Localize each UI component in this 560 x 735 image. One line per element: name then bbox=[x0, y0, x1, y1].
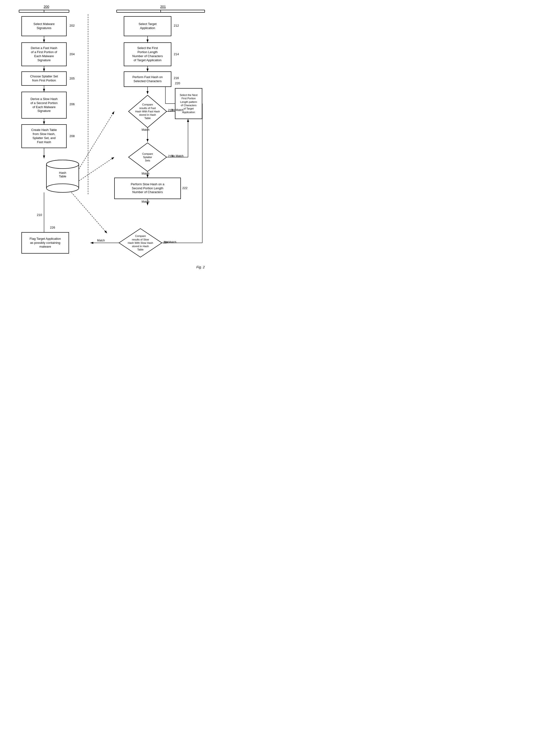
svg-line-45 bbox=[79, 157, 114, 181]
step-204: 204 bbox=[69, 52, 75, 56]
step-214: 214 bbox=[174, 52, 179, 56]
box-206: Derive a Slow Hash of a Second Portion o… bbox=[21, 92, 67, 119]
group-label-201: 201 bbox=[154, 5, 173, 9]
match-218: Match bbox=[142, 128, 149, 131]
svg-rect-22 bbox=[46, 164, 79, 188]
box-216: Perform Fast Hash on Selected Characters bbox=[124, 71, 171, 87]
svg-point-25 bbox=[46, 184, 79, 192]
step-212: 212 bbox=[174, 24, 179, 27]
step-206: 206 bbox=[69, 102, 75, 106]
diamond-224-label: Compareresults of SlowHash With Slow Has… bbox=[119, 233, 162, 253]
box-226: Flag Target Application as possibly cont… bbox=[21, 232, 69, 253]
fig-label: Fig. 2 bbox=[196, 265, 205, 269]
step-222: 222 bbox=[182, 186, 188, 190]
svg-line-46 bbox=[71, 192, 107, 233]
svg-point-21 bbox=[46, 160, 79, 168]
svg-line-44 bbox=[79, 111, 114, 169]
step-208: 208 bbox=[69, 134, 75, 138]
step-210: 210 bbox=[37, 213, 42, 217]
box-202: Select Malware Signatures bbox=[21, 16, 67, 36]
box-214: Select the First Portion Length Number o… bbox=[124, 42, 171, 66]
diamond-219-label: CompareSplatterSets bbox=[129, 148, 167, 167]
box-205: Choose Splatter Set from First Portion bbox=[21, 71, 67, 86]
box-212: Select Target Application bbox=[124, 16, 171, 36]
match-222: Match bbox=[142, 200, 149, 203]
box-220: Select the Next First Portion Length pat… bbox=[175, 88, 202, 119]
svg-marker-29 bbox=[119, 228, 162, 257]
match-219: Match bbox=[142, 172, 149, 175]
box-208: Create Hash Table from Slow Hash, Splatt… bbox=[21, 124, 67, 148]
step-216: 216 bbox=[174, 76, 179, 80]
no-match-218: No Match bbox=[167, 108, 183, 112]
group-label-200: 200 bbox=[37, 5, 56, 9]
diagram-container: 200 201 Select Malware Signatures 202 De… bbox=[0, 0, 214, 274]
hash-table-label: HashTable bbox=[52, 171, 73, 178]
box-222: Perform Slow Hash on a Second Portion Le… bbox=[114, 178, 181, 199]
no-match-224: No Match bbox=[163, 240, 176, 244]
svg-marker-27 bbox=[129, 95, 167, 128]
step-226: 226 bbox=[50, 226, 55, 229]
step-205: 205 bbox=[69, 77, 75, 80]
no-match-219: No Match bbox=[167, 154, 183, 158]
svg-marker-28 bbox=[129, 143, 167, 171]
step-202: 202 bbox=[69, 24, 75, 27]
svg-point-26 bbox=[46, 160, 79, 168]
box-204: Derive a Fast Hash of a First Portion of… bbox=[21, 42, 67, 66]
match-224: Match bbox=[97, 239, 105, 242]
step-220: 220 bbox=[175, 81, 180, 85]
diamond-218-label: Compareresults of FastHash With Fast Has… bbox=[129, 99, 167, 124]
